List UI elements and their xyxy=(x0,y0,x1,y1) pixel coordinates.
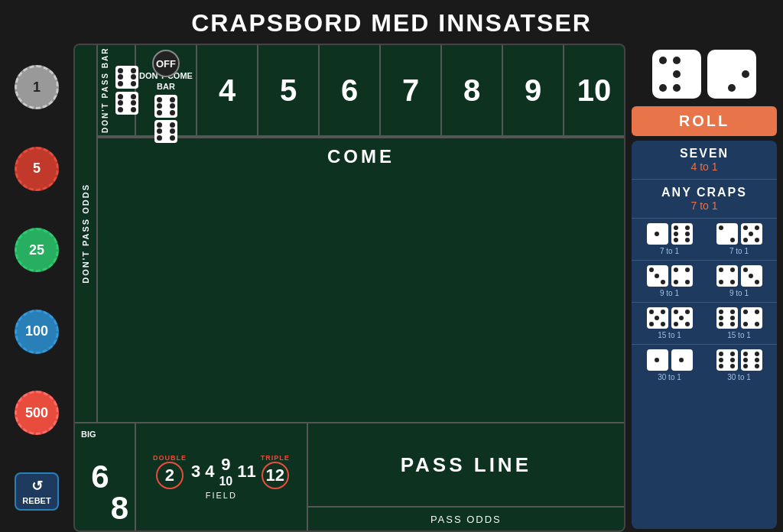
field-double-2: DOUBLE 2 xyxy=(153,454,187,489)
table-die-dcb2 xyxy=(154,120,177,143)
dont-pass-odds-strip: DON'T PASS ODDS xyxy=(75,45,98,422)
number-cell-6[interactable]: 6 xyxy=(320,45,381,135)
big-6: 6 xyxy=(91,461,109,493)
any-craps-title: ANY CRAPS xyxy=(635,186,774,200)
number-cell-8[interactable]: 8 xyxy=(442,45,503,135)
side-bet-row-4[interactable]: 30 to 1 xyxy=(632,345,777,386)
field-11: 11 xyxy=(237,462,255,482)
side-bets-panel: SEVEN 4 to 1 ANY CRAPS 7 to 1 xyxy=(632,141,777,529)
pass-line-area[interactable]: PASS LINE xyxy=(308,423,624,508)
dice-display xyxy=(632,44,777,102)
field-9-10: 9 10 xyxy=(219,455,232,488)
seven-title: SEVEN xyxy=(635,147,774,161)
seven-bet-header[interactable]: SEVEN 4 to 1 xyxy=(632,141,777,179)
any-craps-odds: 7 to 1 xyxy=(635,200,774,216)
field-label: FIELD xyxy=(206,491,237,500)
side-dice-1-1: 30 to 1 xyxy=(647,349,693,381)
side-dice-3-4: 9 to 1 xyxy=(647,265,693,297)
page-title: CRAPSBORD MED INNSATSER xyxy=(191,0,592,44)
field-section[interactable]: DOUBLE 2 3 4 9 10 11 TRIPLE 12 FIELD xyxy=(136,423,308,530)
chip-500[interactable]: 500 xyxy=(15,391,59,435)
pass-line-section: PASS LINE PASS ODDS xyxy=(308,423,624,530)
rebet-button[interactable]: ↺ REBET xyxy=(15,472,59,511)
big-6-8[interactable]: BIG 6 8 xyxy=(75,423,136,530)
any-craps-bet-header[interactable]: ANY CRAPS 7 to 1 xyxy=(632,180,777,218)
number-cell-4[interactable]: 4 xyxy=(197,45,258,135)
die-right xyxy=(707,50,756,99)
number-cell-9[interactable]: 9 xyxy=(503,45,564,135)
table-die-dcb1 xyxy=(154,95,177,118)
dont-pass-bar-label: DON'T PASS BAR xyxy=(98,45,112,135)
side-bet-row-1[interactable]: 7 to 1 7 xyxy=(632,219,777,261)
rebet-label: REBET xyxy=(22,496,50,505)
number-cell-10[interactable]: 10 xyxy=(564,45,624,135)
field-3: 3 xyxy=(191,462,200,482)
side-dice-6-4: 15 to 1 xyxy=(716,307,762,339)
side-bet-row-3[interactable]: 15 to 1 xyxy=(632,303,777,345)
field-4: 4 xyxy=(205,462,214,482)
side-dice-4-3: 9 to 1 xyxy=(716,265,762,297)
side-dice-2-5: 7 to 1 xyxy=(716,223,762,255)
big-label: BIG xyxy=(81,430,96,439)
rebet-icon: ↺ xyxy=(31,478,43,495)
number-cell-5[interactable]: 5 xyxy=(258,45,320,135)
seven-odds: 4 to 1 xyxy=(635,161,774,177)
chip-5[interactable]: 5 xyxy=(15,147,59,191)
chip-100[interactable]: 100 xyxy=(15,310,59,354)
table-die-6b xyxy=(115,92,138,115)
craps-table: DON'T PASS ODDS DON'T PASS BAR xyxy=(73,44,625,532)
dont-come-bar[interactable]: OFF DON'T COME BAR xyxy=(136,45,197,135)
big-8: 8 xyxy=(111,492,128,524)
roll-button[interactable]: ROLL xyxy=(632,106,777,136)
chip-1[interactable]: 1 xyxy=(15,65,59,109)
side-dice-6-6: 30 to 1 xyxy=(716,349,762,381)
side-dice-1-6: 7 to 1 xyxy=(647,223,693,255)
table-die-6a xyxy=(115,66,138,89)
right-panel: ROLL SEVEN 4 to 1 ANY CRAPS 7 to 1 xyxy=(632,44,777,532)
chips-panel: 1 5 25 100 500 ↺ REBET xyxy=(6,44,67,532)
side-bet-row-2[interactable]: 9 to 1 9 xyxy=(632,261,777,303)
off-badge: OFF xyxy=(152,50,180,77)
chip-25[interactable]: 25 xyxy=(15,228,59,272)
pass-odds-area[interactable]: PASS ODDS xyxy=(308,508,624,530)
number-cell-7[interactable]: 7 xyxy=(381,45,442,135)
dont-pass-bar[interactable]: DON'T PASS BAR xyxy=(98,45,136,135)
die-left xyxy=(652,50,701,99)
side-dice-5-5: 15 to 1 xyxy=(647,307,693,339)
field-triple-12: TRIPLE 12 xyxy=(261,454,290,489)
